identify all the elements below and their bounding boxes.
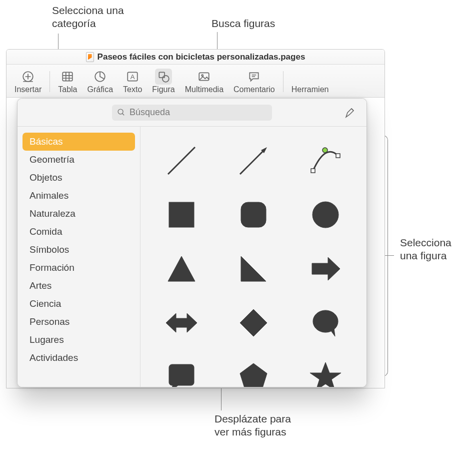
search-input[interactable]: Búsqueda [112,105,272,121]
callout-search: Busca figuras [212,17,275,30]
callout-scroll: Desplázate para ver más figuras [214,412,291,439]
draw-shape-button[interactable] [344,106,358,120]
chart-icon [92,69,108,85]
svg-rect-12 [159,72,164,78]
category-item[interactable]: Lugares [22,331,135,349]
popover-body: Básicas Geometría Objetos Animales Natur… [18,127,366,387]
category-label: Símbolos [30,244,69,255]
shape-speech-bubble[interactable] [292,298,360,348]
callout-category: Selecciona una categoría [52,4,124,31]
svg-marker-29 [168,256,195,281]
svg-marker-38 [310,362,341,387]
category-label: Personas [30,316,70,327]
category-label: Animales [30,190,68,201]
search-placeholder: Búsqueda [130,107,170,118]
category-item[interactable]: Símbolos [22,241,135,259]
shape-circle[interactable] [292,190,360,240]
table-icon [59,69,76,85]
callout-line [221,387,222,410]
category-item[interactable]: Comida [22,223,135,241]
comment-icon [246,69,262,85]
toolbar-insert[interactable]: Insertar [10,67,46,96]
svg-point-28 [312,202,338,228]
svg-line-21 [240,150,264,174]
shape-callout-rect[interactable] [148,352,216,387]
svg-rect-26 [169,202,194,227]
toolbar-shape[interactable]: Figura [147,67,180,96]
shape-star[interactable] [292,352,360,387]
category-label: Actividades [30,352,78,363]
shape-arrow-right[interactable] [292,244,360,294]
svg-rect-35 [169,364,194,385]
toolbar-text[interactable]: A Texto [118,67,147,96]
toolbar-label: Texto [123,85,142,94]
svg-point-25 [322,148,328,153]
toolbar-table[interactable]: Tabla [53,67,82,96]
shape-bezier-curve[interactable] [292,136,360,186]
svg-rect-23 [311,169,315,173]
toolbar-label: Gráfica [88,85,114,94]
toolbar-media[interactable]: Multimedia [180,67,228,96]
category-sidebar: Básicas Geometría Objetos Animales Natur… [18,127,140,387]
document-icon [86,52,94,62]
shape-double-arrow[interactable] [148,298,216,348]
category-item[interactable]: Ciencia [22,295,135,313]
pen-icon [344,107,356,119]
toolbar: Insertar Tabla Gráfica A Texto Figura [6,65,384,98]
svg-point-13 [162,76,169,82]
svg-rect-4 [63,72,73,81]
category-label: Formación [30,262,74,273]
svg-line-20 [168,147,195,174]
shape-arrow-line[interactable] [220,136,288,186]
toolbar-label: Comentario [234,85,275,94]
shape-diamond[interactable] [220,298,288,348]
shape-pentagon[interactable] [220,352,288,387]
shapes-grid [140,127,366,387]
toolbar-divider [50,71,50,92]
category-item[interactable]: Geometría [22,151,135,169]
shapes-popover: Búsqueda Básicas Geometría Objetos Anima… [17,98,367,387]
toolbar-tools[interactable]: Herramien [286,67,329,96]
svg-line-19 [122,114,124,116]
popover-header: Búsqueda [18,99,366,127]
toolbar-chart[interactable]: Gráfica [82,67,118,96]
category-label: Geometría [30,154,74,165]
shape-right-triangle[interactable] [220,244,288,294]
category-label: Comida [30,226,62,237]
toolbar-comment[interactable]: Comentario [228,67,280,96]
toolbar-label: Insertar [14,85,42,94]
shape-square[interactable] [148,190,216,240]
category-item[interactable]: Animales [22,187,135,205]
callout-shape: Selecciona una figura [400,236,452,263]
toolbar-label: Figura [152,85,174,94]
svg-marker-31 [312,257,340,280]
category-item[interactable]: Actividades [22,349,135,367]
category-label: Objetos [30,172,62,183]
shape-icon [155,69,172,85]
toolbar-divider [283,71,284,92]
category-label: Ciencia [30,298,61,309]
svg-marker-37 [240,363,267,387]
category-item[interactable]: Objetos [22,169,135,187]
shape-rounded-square[interactable] [220,190,288,240]
toolbar-label: Multimedia [185,85,224,94]
category-item[interactable]: Personas [22,313,135,331]
category-label: Básicas [30,136,63,147]
window-titlebar: Paseos fáciles con bicicletas personaliz… [6,50,384,65]
category-item[interactable]: Artes [22,277,135,295]
shape-line[interactable] [148,136,216,186]
category-label: Naturaleza [30,208,76,219]
category-item[interactable]: Básicas [22,133,135,151]
text-icon: A [124,69,141,85]
shape-triangle[interactable] [148,244,216,294]
insert-icon [20,69,36,85]
svg-marker-33 [240,309,267,336]
svg-rect-27 [241,202,266,227]
search-icon [117,108,126,117]
svg-point-18 [118,109,123,114]
toolbar-label: Tabla [58,85,77,94]
toolbar-label: Herramien [292,85,329,94]
category-label: Artes [30,280,52,291]
category-item[interactable]: Naturaleza [22,205,135,223]
category-item[interactable]: Formación [22,259,135,277]
